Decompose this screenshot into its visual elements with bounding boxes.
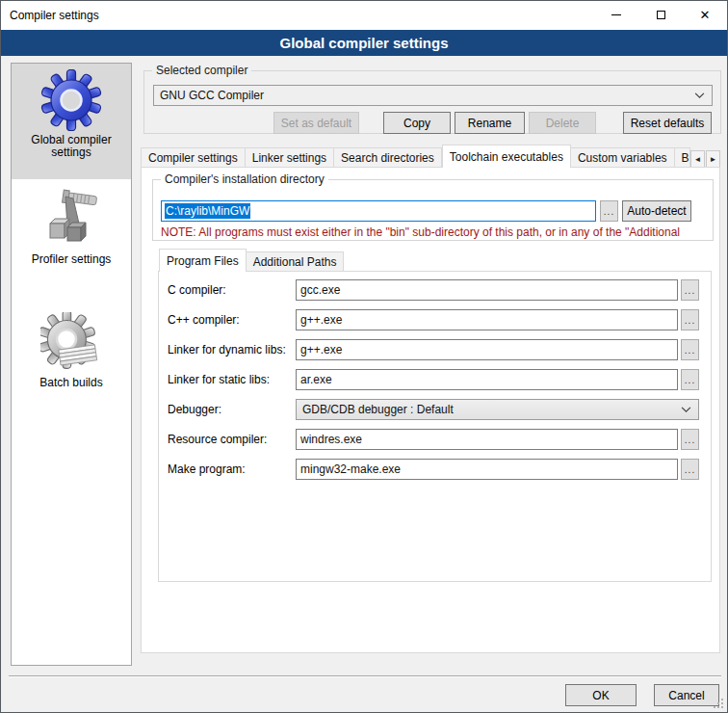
tab-build-options[interactable]: Build options <box>675 147 690 168</box>
group-legend: Compiler's installation directory <box>161 172 328 186</box>
close-button[interactable]: ✕ <box>683 1 727 29</box>
debugger-select[interactable]: GDB/CDB debugger : Default <box>296 399 699 420</box>
maximize-button[interactable] <box>638 1 683 29</box>
field-row-c-compiler: C compiler: gcc.exe ... <box>159 279 713 301</box>
field-label: Linker for static libs: <box>168 373 270 386</box>
subtab-program-files[interactable]: Program Files <box>159 249 247 272</box>
compiler-select[interactable]: GNU GCC Compiler <box>153 85 713 106</box>
button-label: Copy <box>403 117 430 130</box>
tab-label: Search directories <box>341 151 434 165</box>
sidebar-item-global-compiler-settings[interactable]: Global compiler settings <box>12 64 131 179</box>
tab-label: Linker settings <box>252 151 326 165</box>
rename-button[interactable]: Rename <box>455 112 525 134</box>
dynamic-linker-input[interactable]: g++.exe <box>296 339 678 360</box>
button-label: OK <box>592 689 609 702</box>
gear-batch-icon <box>40 312 102 374</box>
bin-subdirectory-note: NOTE: All programs must exist either in … <box>161 225 712 239</box>
footer-divider <box>9 675 721 677</box>
browse-c-compiler-button[interactable]: ... <box>681 279 699 301</box>
tab-scroll-arrows: ◄ ► <box>690 150 720 168</box>
resource-compiler-input[interactable]: windres.exe <box>296 429 678 450</box>
compiler-settings-dialog: Compiler settings ✕ Global compiler sett… <box>0 0 728 713</box>
settings-sidebar: Global compiler settings Profiler settin… <box>11 63 132 666</box>
copy-button[interactable]: Copy <box>383 112 451 134</box>
gear-blue-icon <box>40 69 102 131</box>
field-row-static-linker: Linker for static libs: ar.exe ... <box>159 369 713 390</box>
field-row-cpp-compiler: C++ compiler: g++.exe ... <box>159 309 713 330</box>
field-label: C compiler: <box>168 283 226 297</box>
auto-detect-button[interactable]: Auto-detect <box>622 200 691 222</box>
field-value: ar.exe <box>300 373 332 386</box>
ellipsis-icon: ... <box>685 345 695 356</box>
browse-static-linker-button[interactable]: ... <box>681 369 699 390</box>
field-row-debugger: Debugger: GDB/CDB debugger : Default <box>159 399 713 420</box>
sidebar-item-label: Batch builds <box>12 377 131 389</box>
field-label: Linker for dynamic libs: <box>168 343 286 356</box>
browse-cpp-compiler-button[interactable]: ... <box>681 309 699 330</box>
installation-directory-input[interactable]: C:\raylib\MinGW <box>161 200 596 222</box>
button-label: Auto-detect <box>627 204 686 218</box>
tab-label: Program Files <box>167 254 239 268</box>
cancel-button[interactable]: Cancel <box>654 684 719 706</box>
browse-make-program-button[interactable]: ... <box>681 459 699 480</box>
ellipsis-icon: ... <box>685 315 695 326</box>
field-value: gcc.exe <box>300 283 340 297</box>
sidebar-item-profiler-settings[interactable]: Profiler settings <box>12 183 131 285</box>
cpp-compiler-input[interactable]: g++.exe <box>296 309 678 330</box>
dialog-header: Global compiler settings <box>1 30 727 56</box>
ellipsis-icon: ... <box>685 435 695 445</box>
window-title: Compiler settings <box>10 9 99 22</box>
program-files-tabstrip: Program Files Additional Paths <box>159 250 344 272</box>
sidebar-item-batch-builds[interactable]: Batch builds <box>12 306 131 409</box>
tab-label: Toolchain executables <box>450 150 563 164</box>
reset-defaults-button[interactable]: Reset defaults <box>623 112 712 134</box>
button-label: Rename <box>468 117 511 130</box>
button-label: Delete <box>546 117 580 130</box>
subtab-additional-paths[interactable]: Additional Paths <box>247 251 345 272</box>
chevron-down-icon <box>694 92 705 99</box>
tab-label: Build options <box>682 151 690 165</box>
tab-scroll-right-button[interactable]: ► <box>706 150 720 168</box>
toolchain-executables-page: Compiler's installation directory C:\ray… <box>141 167 720 653</box>
tab-search-directories[interactable]: Search directories <box>334 147 442 168</box>
tab-custom-variables[interactable]: Custom variables <box>571 147 675 168</box>
button-label: Set as default <box>281 117 351 130</box>
sidebar-item-label: Profiler settings <box>12 253 131 266</box>
field-row-resource-compiler: Resource compiler: windres.exe ... <box>159 429 713 450</box>
arrow-right-icon: ► <box>710 155 717 164</box>
minimize-button[interactable] <box>594 1 638 29</box>
field-value: windres.exe <box>300 433 362 446</box>
ok-button[interactable]: OK <box>565 684 637 706</box>
browse-resource-compiler-button[interactable]: ... <box>681 429 699 450</box>
minimize-icon <box>611 14 621 15</box>
tab-label: Additional Paths <box>253 255 337 269</box>
field-row-dynamic-linker: Linker for dynamic libs: g++.exe ... <box>159 339 713 360</box>
tab-linker-settings[interactable]: Linker settings <box>246 147 334 168</box>
resize-grip[interactable] <box>714 699 723 708</box>
page-title: Global compiler settings <box>279 35 448 51</box>
tab-scroll-left-button[interactable]: ◄ <box>690 150 705 168</box>
arrow-left-icon: ◄ <box>694 155 702 164</box>
delete-button[interactable]: Delete <box>529 112 596 134</box>
title-bar[interactable]: Compiler settings ✕ <box>1 1 727 30</box>
chevron-down-icon <box>681 407 691 413</box>
browse-dynamic-linker-button[interactable]: ... <box>681 339 699 360</box>
maximize-icon <box>657 11 665 19</box>
field-value: GDB/CDB debugger : Default <box>302 403 454 416</box>
selected-compiler-group: Selected compiler GNU GCC Compiler Set a… <box>143 70 721 134</box>
field-value: g++.exe <box>300 313 342 327</box>
sidebar-item-label: Global compiler settings <box>12 134 131 159</box>
tab-toolchain-executables[interactable]: Toolchain executables <box>442 145 571 168</box>
browse-directory-button[interactable]: ... <box>600 200 618 222</box>
close-icon: ✕ <box>700 9 711 21</box>
ellipsis-icon: ... <box>685 375 695 385</box>
c-compiler-input[interactable]: gcc.exe <box>296 279 678 301</box>
set-as-default-button[interactable]: Set as default <box>273 112 359 134</box>
static-linker-input[interactable]: ar.exe <box>296 369 678 390</box>
field-row-make-program: Make program: mingw32-make.exe ... <box>159 459 713 480</box>
selected-text: C:\raylib\MinGW <box>165 203 250 219</box>
make-program-input[interactable]: mingw32-make.exe <box>296 459 678 480</box>
program-files-page: C compiler: gcc.exe ... C++ compiler: g+… <box>158 271 712 582</box>
field-label: Debugger: <box>168 403 221 416</box>
tab-compiler-settings[interactable]: Compiler settings <box>141 147 246 168</box>
